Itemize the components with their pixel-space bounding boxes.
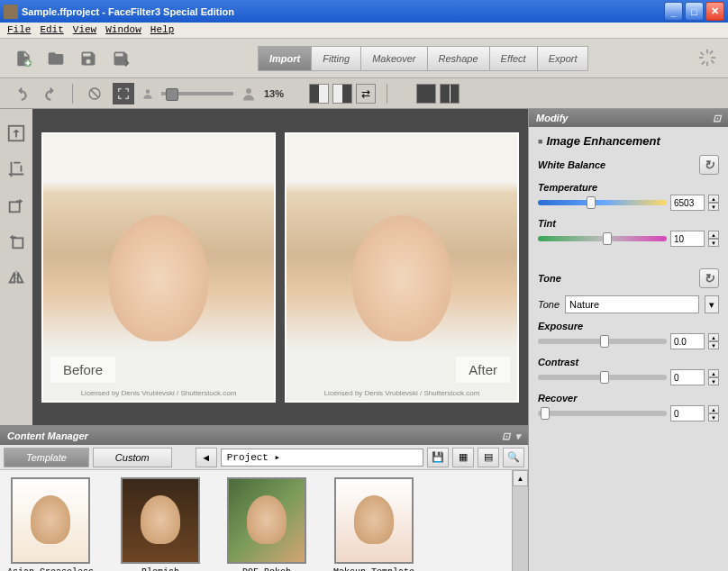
list-view-icon[interactable]: ▤ — [478, 448, 499, 467]
contrast-value[interactable]: 0 — [670, 369, 705, 385]
loading-spinner-icon — [697, 48, 717, 69]
temperature-value[interactable]: 6503 — [670, 195, 705, 211]
person-small-icon — [141, 87, 154, 100]
svg-point-11 — [146, 89, 150, 94]
export-image-icon[interactable] — [6, 123, 26, 143]
content-manager-panel: Content Manager ⊡ ▾ Template Custom ◄ Pr… — [0, 425, 528, 571]
minimize-button[interactable]: _ — [664, 2, 683, 21]
save-as-icon[interactable] — [108, 46, 133, 71]
recover-slider[interactable] — [538, 411, 667, 416]
tab-effect[interactable]: Effect — [489, 46, 538, 71]
thumb-item[interactable]: Asian Creaseless — [7, 477, 94, 571]
scroll-up-icon[interactable]: ▲ — [513, 470, 528, 486]
rec-down[interactable]: ▼ — [708, 413, 719, 421]
flip-icon[interactable] — [6, 267, 26, 287]
menu-edit[interactable]: Edit — [36, 24, 67, 36]
recover-value[interactable]: 0 — [670, 405, 705, 421]
zoom-slider[interactable] — [161, 92, 233, 95]
save-icon[interactable] — [76, 46, 101, 71]
view-split-right-icon[interactable] — [332, 84, 352, 104]
con-down[interactable]: ▼ — [708, 377, 719, 385]
menu-file[interactable]: File — [4, 24, 34, 36]
titlebar: Sample.ffproject - FaceFilter3 Special E… — [0, 0, 728, 23]
rotate-right-icon[interactable] — [6, 195, 26, 215]
contrast-slider[interactable] — [538, 375, 667, 380]
modify-title: Modify — [536, 113, 568, 123]
menubar: File Edit View Window Help — [0, 23, 728, 39]
search-icon[interactable]: 🔍 — [503, 448, 524, 467]
recover-label: Recover — [538, 393, 719, 403]
canvas-area: Before Licensed by Denis Vrublevski / Sh… — [32, 109, 528, 425]
thumb-item[interactable]: Blemish — [121, 477, 200, 571]
exp-down[interactable]: ▼ — [708, 341, 719, 349]
open-folder-icon[interactable] — [43, 46, 68, 71]
tab-import[interactable]: Import — [258, 46, 312, 71]
svg-rect-1 — [706, 49, 708, 53]
view-split-left-icon[interactable] — [309, 84, 329, 104]
grid-view-icon[interactable]: ▦ — [452, 448, 474, 467]
white-balance-label: White Balance — [538, 159, 605, 170]
con-up[interactable]: ▲ — [708, 369, 719, 377]
template-tab[interactable]: Template — [4, 448, 89, 467]
main-toolbar: Import Fitting Makeover Reshape Effect E… — [0, 39, 728, 78]
tab-fitting[interactable]: Fitting — [311, 46, 361, 71]
temp-up[interactable]: ▲ — [708, 195, 719, 203]
svg-rect-7 — [709, 50, 714, 54]
tone-select[interactable]: Nature — [565, 295, 699, 313]
tint-up[interactable]: ▲ — [708, 231, 719, 239]
cm-expand-icon[interactable]: ⊡ — [502, 431, 510, 442]
custom-tab[interactable]: Custom — [93, 448, 172, 467]
menu-help[interactable]: Help — [147, 24, 177, 36]
photo-credit: Licensed by Denis Vrublevski / Shutterst… — [81, 389, 237, 397]
save-preset-icon[interactable]: 💾 — [427, 448, 449, 467]
thumb-item[interactable]: Makeup Template — [333, 477, 414, 571]
tone-select-label: Tone — [538, 299, 560, 310]
tint-value[interactable]: 10 — [670, 231, 705, 247]
temp-down[interactable]: ▼ — [708, 203, 719, 211]
tint-slider[interactable] — [538, 236, 667, 241]
exp-up[interactable]: ▲ — [708, 333, 719, 341]
maximize-button[interactable]: □ — [685, 2, 704, 21]
back-icon[interactable]: ◄ — [196, 448, 217, 467]
tint-down[interactable]: ▼ — [708, 239, 719, 247]
scrollbar[interactable]: ▲ ▼ — [512, 470, 528, 571]
tone-dropdown-icon[interactable]: ▾ — [705, 295, 719, 313]
undo-icon[interactable] — [11, 83, 32, 104]
svg-rect-14 — [10, 202, 20, 212]
white-balance-reset[interactable]: ↻ — [699, 155, 719, 175]
tab-export[interactable]: Export — [537, 46, 589, 71]
view-swap-icon[interactable]: ⇄ — [356, 84, 376, 104]
fit-screen-icon[interactable] — [113, 83, 134, 104]
tint-label: Tint — [538, 218, 719, 229]
svg-rect-3 — [699, 57, 704, 59]
close-button[interactable]: ✕ — [705, 2, 724, 21]
svg-rect-6 — [711, 59, 715, 64]
before-photo: Before Licensed by Denis Vrublevski / Sh… — [41, 132, 276, 403]
tab-makeover[interactable]: Makeover — [360, 46, 427, 71]
window-title: Sample.ffproject - FaceFilter3 Special E… — [22, 6, 664, 17]
redo-icon[interactable] — [40, 83, 61, 104]
tone-reset[interactable]: ↻ — [699, 268, 719, 288]
exposure-label: Exposure — [538, 321, 719, 331]
breadcrumb-path[interactable]: Project ▸ — [221, 449, 423, 467]
crop-icon[interactable] — [6, 159, 26, 179]
new-file-icon[interactable] — [11, 46, 36, 71]
view-single-icon[interactable] — [416, 84, 436, 104]
tab-reshape[interactable]: Reshape — [427, 46, 490, 71]
exposure-slider[interactable] — [538, 339, 667, 344]
temperature-slider[interactable] — [538, 200, 667, 205]
zoom-value: 13% — [264, 88, 284, 99]
exposure-value[interactable]: 0.0 — [670, 333, 705, 349]
menu-window[interactable]: Window — [102, 24, 145, 36]
after-photo: After Licensed by Denis Vrublevski / Shu… — [285, 132, 519, 403]
app-icon — [4, 5, 18, 19]
no-icon[interactable] — [84, 83, 105, 104]
view-dual-icon[interactable] — [440, 84, 460, 104]
rotate-left-icon[interactable] — [6, 231, 26, 251]
expand-icon[interactable]: ⊡ — [713, 113, 721, 124]
rec-up[interactable]: ▲ — [708, 405, 719, 413]
thumb-item[interactable]: DOF Bokeh — [227, 477, 306, 571]
svg-rect-5 — [700, 51, 705, 56]
menu-view[interactable]: View — [69, 24, 100, 36]
cm-close-icon[interactable]: ▾ — [515, 431, 521, 442]
